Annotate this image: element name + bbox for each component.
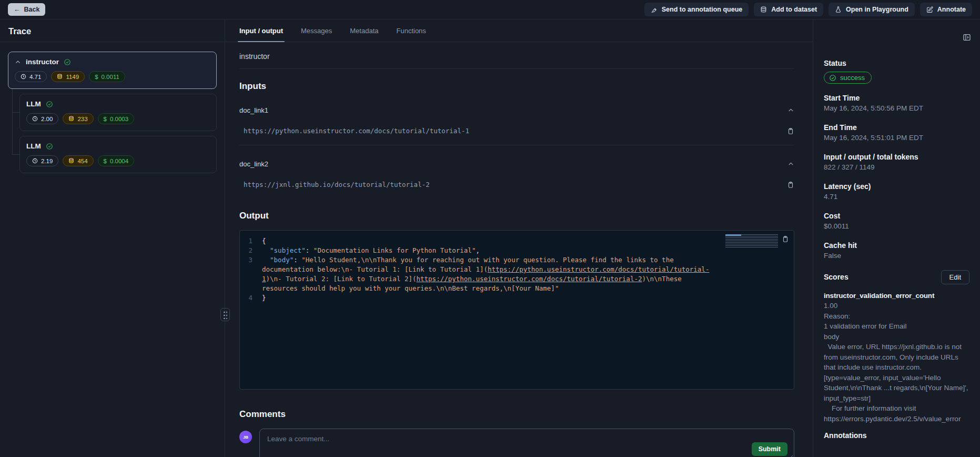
score-reason-label: Reason: [824, 311, 969, 322]
code-line: 1 { [240, 236, 794, 246]
start-time-label: Start Time [824, 93, 969, 103]
dollar-icon: $ [104, 116, 107, 122]
code-line: 3 "body": "Hello Student,\n\nThank you f… [240, 255, 794, 293]
score-reason-text: 1 validation error for Email body Value … [824, 321, 969, 424]
main-shell: Trace instructor 4.71 [0, 19, 980, 457]
back-button-label: Back [24, 6, 40, 13]
dollar-icon: $ [104, 158, 107, 164]
tokens-badge: 233 [63, 113, 93, 124]
check-circle-icon [829, 74, 836, 82]
edit-scores-button[interactable]: Edit [941, 270, 969, 284]
open-in-playground-button[interactable]: Open in Playground [829, 3, 915, 16]
topbar-actions: Send to annotation queue Add to dataset … [644, 3, 972, 16]
tokens-value: 233 [77, 116, 87, 122]
add-to-dataset-label: Add to dataset [771, 6, 817, 13]
tab-messages[interactable]: Messages [301, 19, 332, 42]
node-name: LLM [26, 142, 41, 150]
copy-icon[interactable] [787, 127, 794, 135]
field-divider [239, 145, 794, 145]
cost-value: $0.0011 [824, 221, 969, 231]
annotate-icon [926, 6, 933, 13]
node-name: LLM [26, 100, 41, 108]
collapse-panel-icon[interactable] [963, 33, 971, 42]
chevron-up-icon[interactable] [15, 59, 21, 65]
tokens-group: Input / output / total tokens 822 / 327 … [824, 152, 969, 172]
line-number: 3 [240, 255, 262, 293]
top-bar: ← Back Send to annotation queue Add to d… [0, 0, 980, 19]
tokens-value: 822 / 327 / 1149 [824, 162, 969, 172]
run-detail-panel: Input / output Messages Metadata Functio… [225, 19, 813, 457]
run-tabs: Input / output Messages Metadata Functio… [225, 19, 813, 42]
textarea-resize-handle[interactable] [788, 455, 793, 457]
tutorial-2-link[interactable]: https://python.useinstructor.com/docs/tu… [417, 275, 642, 283]
trace-node-llm-1[interactable]: LLM 2.00 233 $ 0.0 [19, 94, 217, 131]
comment-composer: JB Submit [239, 429, 794, 457]
collapse-field-button[interactable] [787, 161, 794, 167]
back-button[interactable]: ← Back [8, 3, 45, 16]
scores-row: Scores Edit [824, 270, 969, 284]
tokens-badge: 454 [63, 155, 93, 166]
cache-hit-value: False [824, 251, 969, 261]
annotation-queue-icon [651, 6, 658, 13]
success-check-icon [46, 101, 53, 108]
cost-value: 0.0004 [110, 158, 128, 164]
end-time-group: End Time May 16, 2024, 5:51:01 PM EDT [824, 123, 969, 143]
start-time-value: May 16, 2024, 5:50:56 PM EDT [824, 103, 969, 113]
line-number: 2 [240, 246, 262, 255]
end-time-value: May 16, 2024, 5:51:01 PM EDT [824, 133, 969, 143]
send-to-annotation-queue-button[interactable]: Send to annotation queue [644, 3, 749, 16]
tokens-database-icon [68, 116, 74, 122]
collapse-field-button[interactable] [787, 107, 794, 114]
field-value-doc-link1: https://python.useinstructor.com/docs/tu… [244, 127, 469, 135]
trace-title: Trace [0, 19, 225, 42]
cost-badge: $ 0.0011 [89, 71, 125, 82]
submit-comment-button[interactable]: Submit [752, 442, 787, 456]
cache-hit-group: Cache hit False [824, 241, 969, 261]
score-value: 1.00 [824, 301, 969, 311]
comments-heading: Comments [239, 409, 794, 420]
code-minimap [725, 234, 778, 249]
run-content: instructor Inputs doc_link1 https://pyth… [225, 42, 813, 457]
trace-tree: instructor 4.71 1149 $ [0, 42, 225, 187]
cost-label: Cost [824, 211, 969, 221]
success-check-icon [64, 58, 71, 66]
comment-box: Submit [259, 429, 794, 457]
trace-node-instructor[interactable]: instructor 4.71 1149 $ [8, 52, 217, 89]
status-value: success [840, 74, 865, 82]
inputs-heading: Inputs [239, 81, 794, 92]
sidebar-resize-handle[interactable] [220, 308, 230, 321]
output-heading: Output [239, 211, 794, 221]
latency-value: 4.71 [824, 192, 969, 202]
tree-connector-line [12, 89, 13, 155]
add-to-dataset-button[interactable]: Add to dataset [754, 3, 823, 16]
run-title: instructor [239, 50, 794, 69]
database-icon [760, 6, 767, 13]
send-to-annotation-queue-label: Send to annotation queue [662, 6, 742, 13]
latency-value: 4.71 [29, 74, 41, 80]
tree-connector-elbow [12, 112, 19, 113]
output-code-block[interactable]: 1 { 2 "subject": "Documentation Links fo… [239, 230, 794, 390]
end-time-label: End Time [824, 123, 969, 133]
trace-sidebar: Trace instructor 4.71 [0, 19, 225, 457]
annotations-heading: Annotations [824, 431, 969, 440]
tab-metadata[interactable]: Metadata [350, 19, 378, 42]
tokens-value: 454 [77, 158, 87, 164]
trace-node-llm-2[interactable]: LLM 2.19 454 $ 0.0 [19, 136, 217, 173]
cost-value: 0.0011 [102, 74, 119, 80]
line-number: 1 [240, 236, 262, 246]
run-metadata-panel: Status success Start Time May 16, 2024, … [813, 19, 980, 457]
line-number: 4 [240, 293, 262, 303]
field-value-doc-link2: https://jxnl.github.io/docs/tutorial/tut… [244, 181, 430, 188]
copy-icon[interactable] [787, 181, 794, 188]
latency-badge: 2.00 [26, 113, 58, 124]
tab-input-output[interactable]: Input / output [239, 19, 283, 42]
status-group: Status success [824, 58, 969, 84]
copy-output-button[interactable] [782, 235, 789, 243]
annotate-button[interactable]: Annotate [920, 3, 972, 16]
field-label-doc-link1: doc_link1 [239, 106, 268, 114]
code-line: 4 } [240, 293, 794, 303]
cost-value: 0.0003 [110, 116, 128, 122]
comment-input[interactable] [260, 429, 794, 457]
annotate-label: Annotate [937, 6, 966, 13]
tab-functions[interactable]: Functions [396, 19, 426, 42]
